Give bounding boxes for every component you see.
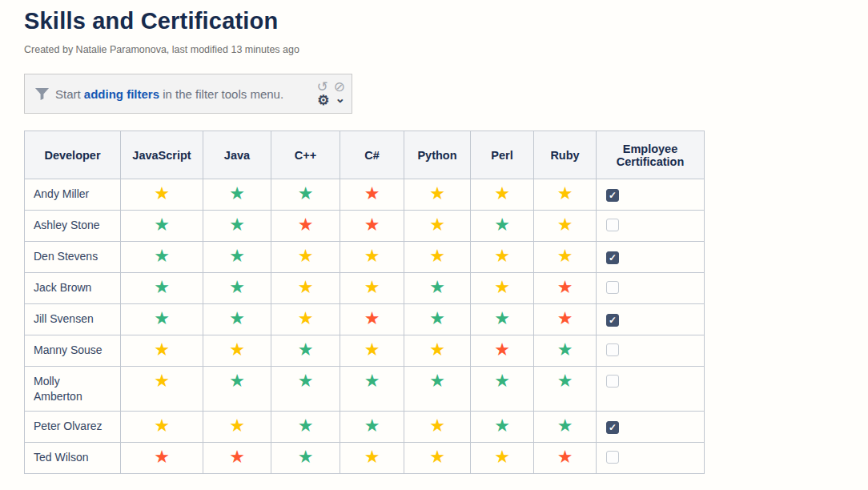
developer-name: Peter Olvarez (25, 412, 121, 443)
green-star-icon: ★ (429, 372, 445, 391)
skill-cell: ★ (340, 179, 404, 211)
yellow-star-icon: ★ (229, 416, 245, 436)
column-header-developer: Developer (25, 131, 121, 179)
skill-cell: ★ (203, 211, 271, 242)
certification-checkbox[interactable] (606, 375, 619, 388)
undo-icon[interactable]: ↺ (317, 80, 328, 94)
skill-cell: ★ (534, 273, 597, 304)
green-star-icon: ★ (298, 372, 314, 391)
filter-funnel-icon (34, 86, 55, 102)
gear-icon[interactable]: ⚙ (317, 94, 329, 107)
yellow-star-icon: ★ (429, 215, 445, 235)
skill-cell: ★ (121, 304, 203, 335)
skill-cell: ★ (471, 211, 534, 242)
skill-cell: ★ (404, 179, 471, 211)
skill-cell: ★ (534, 335, 597, 367)
yellow-star-icon: ★ (364, 340, 380, 359)
column-header-c-: C# (340, 131, 404, 179)
developer-name: Ted Wilson (25, 443, 121, 474)
adding-filters-link[interactable]: adding filters (84, 87, 159, 101)
column-header-python: Python (404, 131, 471, 179)
green-star-icon: ★ (364, 416, 380, 436)
certification-cell (597, 211, 705, 242)
developer-name: Jack Brown (25, 273, 121, 304)
skill-cell: ★ (340, 412, 404, 443)
skill-cell: ★ (534, 412, 597, 443)
developer-name: Jill Svensen (25, 304, 121, 335)
table-row: Ted Wilson★★★★★★★ (25, 443, 705, 474)
yellow-star-icon: ★ (494, 184, 510, 203)
table-row: Jack Brown★★★★★★★ (25, 273, 705, 304)
skill-cell: ★ (271, 273, 340, 304)
skill-cell: ★ (271, 335, 340, 367)
skill-cell: ★ (534, 443, 597, 474)
table-row: Molly Amberton★★★★★★★ (25, 367, 705, 412)
skill-cell: ★ (534, 179, 597, 211)
green-star-icon: ★ (557, 416, 573, 436)
skill-cell: ★ (271, 179, 340, 211)
certification-checkbox[interactable] (606, 219, 619, 231)
red-star-icon: ★ (494, 340, 510, 359)
certification-checkbox[interactable]: ✓ (606, 189, 619, 202)
skill-cell: ★ (203, 412, 271, 443)
certification-checkbox[interactable]: ✓ (606, 314, 619, 327)
skill-cell: ★ (404, 443, 471, 474)
skill-cell: ★ (404, 412, 471, 443)
yellow-star-icon: ★ (229, 340, 245, 359)
skill-cell: ★ (340, 273, 404, 304)
green-star-icon: ★ (494, 372, 510, 391)
yellow-star-icon: ★ (557, 184, 573, 203)
green-star-icon: ★ (298, 416, 314, 436)
skills-table: DeveloperJavaScriptJavaC++C#PythonPerlRu… (24, 131, 705, 474)
skill-cell: ★ (404, 211, 471, 242)
green-star-icon: ★ (364, 372, 380, 391)
certification-checkbox[interactable]: ✓ (606, 251, 619, 264)
yellow-star-icon: ★ (154, 416, 170, 436)
red-star-icon: ★ (229, 448, 245, 467)
green-star-icon: ★ (494, 215, 510, 235)
certification-cell (597, 443, 705, 474)
skill-cell: ★ (203, 367, 271, 412)
skill-cell: ★ (340, 242, 404, 273)
green-star-icon: ★ (429, 309, 445, 328)
skill-cell: ★ (203, 179, 271, 211)
developer-name: Ashley Stone (25, 211, 121, 242)
skill-cell: ★ (121, 412, 203, 443)
yellow-star-icon: ★ (154, 184, 170, 203)
certification-checkbox[interactable] (606, 281, 619, 294)
certification-checkbox[interactable] (606, 343, 619, 356)
skill-cell: ★ (271, 412, 340, 443)
green-star-icon: ★ (557, 372, 573, 391)
yellow-star-icon: ★ (298, 247, 314, 266)
skill-cell: ★ (203, 443, 271, 474)
skill-cell: ★ (471, 179, 534, 211)
skill-cell: ★ (534, 242, 597, 273)
green-star-icon: ★ (429, 278, 445, 297)
chevron-down-icon[interactable]: ⌄ (335, 94, 345, 102)
column-header-java: Java (203, 131, 271, 179)
skill-cell: ★ (404, 242, 471, 273)
green-star-icon: ★ (229, 184, 245, 203)
yellow-star-icon: ★ (494, 278, 510, 297)
table-row: Manny Souse★★★★★★★ (25, 335, 705, 367)
green-star-icon: ★ (298, 448, 314, 467)
skill-cell: ★ (534, 304, 597, 335)
yellow-star-icon: ★ (154, 340, 170, 359)
yellow-star-icon: ★ (154, 372, 170, 391)
green-star-icon: ★ (229, 247, 245, 266)
yellow-star-icon: ★ (557, 215, 573, 235)
skill-cell: ★ (471, 335, 534, 367)
skill-cell: ★ (121, 367, 203, 412)
table-row: Andy Miller★★★★★★★✓ (25, 179, 705, 211)
certification-cell: ✓ (597, 304, 705, 335)
red-star-icon: ★ (557, 278, 573, 297)
skill-cell: ★ (121, 179, 203, 211)
skill-cell: ★ (271, 211, 340, 242)
green-star-icon: ★ (298, 184, 314, 203)
skill-cell: ★ (471, 367, 534, 412)
page: Skills and Certification Created by Nata… (0, 0, 868, 474)
certification-checkbox[interactable] (606, 451, 619, 464)
yellow-star-icon: ★ (364, 247, 380, 266)
certification-checkbox[interactable]: ✓ (606, 421, 619, 434)
yellow-star-icon: ★ (429, 416, 445, 436)
